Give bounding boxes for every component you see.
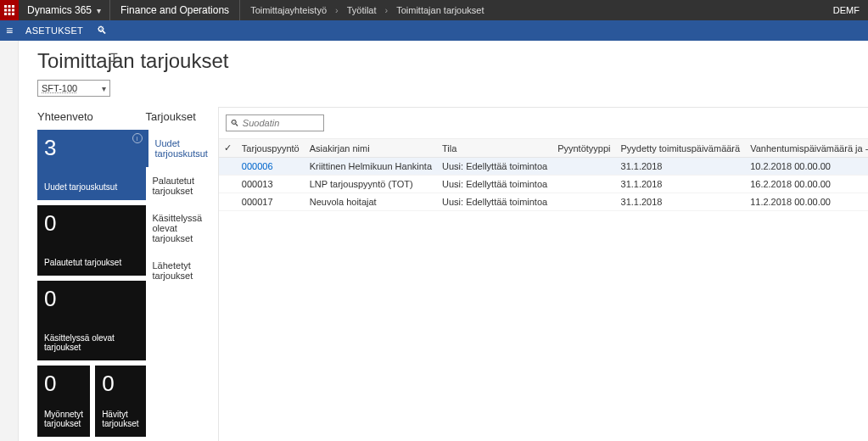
tile-count: 0	[102, 372, 138, 394]
table-panel: 🔍︎ ︿ ✓ Tarjouspyyntö Asiakirjan nimi Til…	[218, 107, 868, 441]
cell-reqdate: 31.1.2018	[616, 158, 746, 176]
search-icon: 🔍︎	[230, 118, 239, 128]
app-name: Finance and Operations	[110, 4, 239, 16]
filter-input-wrap[interactable]: 🔍︎	[226, 114, 324, 131]
global-nav: Dynamics 365 ▾ Finance and Operations To…	[0, 0, 868, 20]
cell-expiry: 16.2.2018 00.00.00	[745, 176, 868, 193]
cell-status: Uusi: Edellyttää toimintoa	[437, 176, 552, 193]
breadcrumb-item[interactable]: Toimittajayhteistyö	[250, 5, 327, 15]
tile-label: Käsittelyssä olevat tarjoukset	[44, 333, 139, 352]
chevron-right-icon: ›	[385, 5, 389, 15]
entity-dropdown[interactable]: SFT-100 ▾	[37, 80, 110, 97]
cell-doc: Neuvola hoitajat	[305, 193, 437, 211]
col-check[interactable]: ✓	[219, 139, 237, 158]
text-cursor-icon: Ꮖ	[110, 51, 118, 65]
cell-rfq: 000013	[237, 176, 305, 193]
tile-lost[interactable]: 0 Hävityt tarjoukset	[95, 366, 145, 437]
svg-rect-2	[12, 5, 14, 8]
tile-label: Myönnetyt tarjoukset	[44, 410, 83, 428]
company-code[interactable]: DEMF	[825, 5, 868, 15]
cell-doc: Kriittinen Helmikuun Hankinta	[305, 158, 437, 176]
table-row[interactable]: 000017 Neuvola hoitajat Uusi: Edellyttää…	[219, 193, 868, 211]
cell-doc: LNP tarjouspyyntö (TOT)	[305, 176, 437, 193]
col-reqdate[interactable]: Pyydetty toimituspäivämäärä	[616, 139, 746, 158]
list-nav-item-new[interactable]: Uudet tarjouskutsut	[146, 130, 215, 167]
rfq-link[interactable]: 000006	[242, 161, 273, 171]
list-nav: Tarjoukset Uudet tarjouskutsut Palautetu…	[146, 107, 215, 441]
breadcrumb-item[interactable]: Toimittajan tarjoukset	[396, 5, 484, 15]
options-button[interactable]: ASETUKSET	[19, 25, 90, 36]
app-launcher-icon[interactable]	[0, 0, 19, 20]
tile-returned[interactable]: 0 Palautetut tarjoukset	[37, 205, 146, 276]
tile-label: Palautetut tarjoukset	[44, 258, 139, 267]
breadcrumb-item[interactable]: Työtilat	[347, 5, 377, 15]
col-reqtype[interactable]: Pyyntötyyppi	[552, 139, 615, 158]
dropdown-value: SFT-100	[42, 83, 77, 93]
cell-reqdate: 31.1.2018	[616, 176, 746, 193]
svg-rect-6	[4, 13, 7, 15]
list-nav-item-returned[interactable]: Palautetut tarjoukset	[146, 167, 215, 204]
table-row[interactable]: 000013 LNP tarjouspyyntö (TOT) Uusi: Ede…	[219, 176, 868, 193]
tile-count: 0	[44, 372, 83, 394]
col-expiry[interactable]: Vanhentumispäivämäärä ja -aika ▾	[745, 139, 868, 158]
svg-rect-7	[8, 13, 11, 15]
info-icon: i	[132, 133, 143, 143]
tile-label: Hävityt tarjoukset	[102, 410, 138, 428]
cell-expiry: 10.2.2018 00.00.00	[745, 158, 868, 176]
col-status[interactable]: Tila	[437, 139, 552, 158]
left-rail	[0, 41, 19, 441]
cell-status: Uusi: Edellyttää toimintoa	[437, 193, 552, 211]
svg-rect-0	[4, 5, 7, 8]
col-expiry-label: Vanhentumispäivämäärä ja -aika	[750, 143, 868, 154]
svg-rect-4	[8, 9, 11, 12]
chevron-down-icon: ▾	[97, 6, 101, 15]
tile-granted[interactable]: 0 Myönnetyt tarjoukset	[37, 366, 90, 437]
tile-count: 0	[44, 212, 139, 234]
cell-reqdate: 31.1.2018	[616, 193, 746, 211]
chevron-right-icon: ›	[335, 5, 339, 15]
list-nav-item-processing[interactable]: Käsittelyssä olevat tarjoukset	[146, 204, 215, 252]
brand-dropdown[interactable]: Dynamics 365 ▾	[19, 4, 109, 16]
col-rfq[interactable]: Tarjouspyyntö	[237, 139, 305, 158]
search-icon[interactable]: 🔍︎	[90, 25, 114, 36]
command-bar: ≡ ASETUKSET 🔍︎	[0, 20, 868, 41]
col-doc[interactable]: Asiakirjan nimi	[305, 139, 437, 158]
cell-reqtype	[552, 158, 615, 176]
svg-rect-8	[12, 13, 14, 15]
page-title-text: Toimittajan tarjoukset	[37, 49, 228, 72]
table-row[interactable]: 000006 Kriittinen Helmikuun Hankinta Uus…	[219, 158, 868, 176]
svg-rect-1	[8, 5, 11, 8]
tile-count: 0	[44, 287, 139, 310]
summary-title: Yhteenveto	[37, 107, 146, 130]
chevron-down-icon: ▾	[102, 84, 106, 93]
filter-input[interactable]	[243, 118, 319, 128]
list-nav-item-sent[interactable]: Lähetetyt tarjoukset	[146, 252, 215, 289]
tile-processing[interactable]: 0 Käsittelyssä olevat tarjoukset	[37, 281, 146, 360]
bids-table: ✓ Tarjouspyyntö Asiakirjan nimi Tila Pyy…	[219, 138, 868, 211]
page-title: Toimittajan tarjoukset Ꮖ	[19, 41, 868, 76]
cell-status: Uusi: Edellyttää toimintoa	[437, 158, 552, 176]
tile-label: Uudet tarjouskutsut	[44, 182, 139, 192]
svg-rect-3	[4, 9, 7, 12]
hamburger-icon[interactable]: ≡	[0, 24, 19, 37]
cell-reqtype	[552, 176, 615, 193]
brand-label: Dynamics 365	[27, 4, 92, 16]
cell-expiry: 11.2.2018 00.00.00	[745, 193, 868, 211]
summary-panel: Yhteenveto i 3 Uudet tarjouskutsut 0 Pal…	[37, 107, 146, 441]
breadcrumb: Toimittajayhteistyö › Työtilat › Toimitt…	[240, 5, 484, 15]
cell-rfq: 000017	[237, 193, 305, 211]
cell-reqtype	[552, 193, 615, 211]
tile-new-invitations[interactable]: i 3 Uudet tarjouskutsut	[37, 130, 146, 200]
tile-count: 3	[44, 137, 139, 159]
list-nav-title: Tarjoukset	[146, 107, 215, 130]
svg-rect-5	[12, 9, 14, 12]
